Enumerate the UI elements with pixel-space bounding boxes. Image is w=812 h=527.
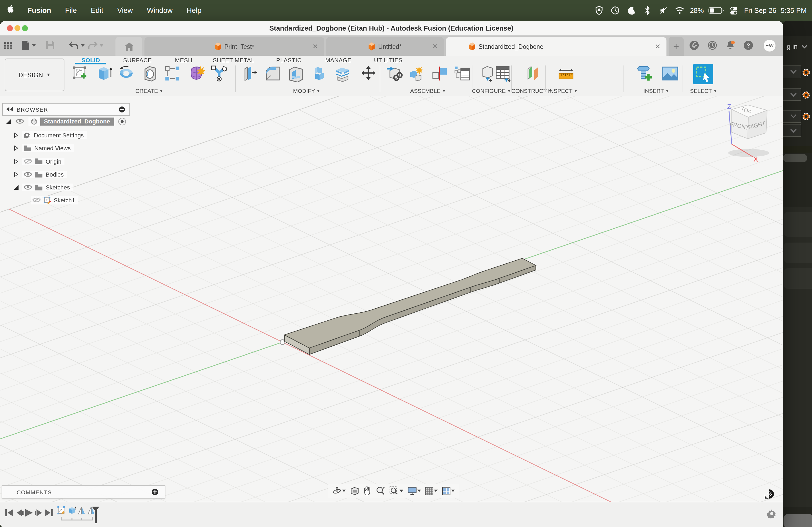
timeline-step-back-button[interactable] <box>15 508 24 517</box>
look-at-tool[interactable] <box>350 487 359 495</box>
combine-icon[interactable] <box>310 65 327 82</box>
notifications-bell-icon[interactable] <box>725 35 736 56</box>
bluetooth-icon[interactable] <box>641 4 653 16</box>
file-menu-icon[interactable] <box>21 35 36 56</box>
menu-file[interactable]: File <box>58 6 84 15</box>
app-grid-icon[interactable] <box>4 35 12 56</box>
insert-fastener-icon[interactable] <box>636 65 654 82</box>
extrude-icon[interactable] <box>96 65 113 82</box>
menu-view[interactable]: View <box>110 6 140 15</box>
ribbon-tab-sheet-metal[interactable]: SHEET METAL <box>213 57 254 63</box>
bom-icon[interactable] <box>454 65 471 82</box>
browser-row-root[interactable]: Standardized_Dogbone <box>6 116 126 127</box>
side-dropdown-1[interactable] <box>781 65 801 78</box>
browser-collapse-icon[interactable] <box>119 106 125 112</box>
visibility-off-icon[interactable] <box>32 197 41 203</box>
control-center-icon[interactable] <box>728 4 740 16</box>
ribbon-tab-mesh[interactable]: MESH <box>175 57 192 63</box>
hole-icon[interactable] <box>142 65 159 82</box>
viewports-tool[interactable] <box>442 486 455 495</box>
new-component-icon[interactable] <box>386 65 403 82</box>
help-icon[interactable]: ? <box>743 35 753 56</box>
construct-plane-icon[interactable] <box>524 65 541 82</box>
shield-icon[interactable] <box>593 4 605 16</box>
visibility-off-icon[interactable] <box>24 158 32 164</box>
group-insert[interactable]: INSERT ▼ <box>643 88 669 94</box>
pattern-icon[interactable] <box>164 65 181 82</box>
menu-edit[interactable]: Edit <box>84 6 110 15</box>
timeline-skip-start-button[interactable] <box>5 508 14 517</box>
zoom-tool[interactable] <box>376 486 385 495</box>
settings-gear-icon[interactable] <box>767 509 777 518</box>
workspace-selector[interactable]: DESIGN▼ <box>5 59 64 91</box>
activate-radio-icon[interactable] <box>118 117 126 125</box>
timeline-sketch-feature[interactable] <box>57 506 65 515</box>
group-create[interactable]: CREATE ▼ <box>135 88 163 94</box>
group-select[interactable]: SELECT ▼ <box>690 88 717 94</box>
close-tab-icon[interactable]: ✕ <box>432 42 438 50</box>
timeline-playhead-cap[interactable] <box>92 507 99 511</box>
side-dropdown-4[interactable] <box>781 124 801 137</box>
side-dropdown-3[interactable] <box>781 110 801 123</box>
clock-icon[interactable] <box>707 35 717 56</box>
browser-root-label[interactable]: Standardized_Dogbone <box>40 117 114 125</box>
history-icon[interactable] <box>609 4 621 16</box>
insert-image-icon[interactable] <box>662 65 679 82</box>
visibility-eye-icon[interactable] <box>16 119 24 124</box>
browser-row-bodies[interactable]: Bodies <box>14 169 67 180</box>
apple-menu-icon[interactable] <box>0 5 20 16</box>
menubar-date[interactable]: Fri Sep 26 <box>744 6 776 15</box>
ribbon-tab-manage[interactable]: MANAGE <box>325 57 351 63</box>
menu-app-name[interactable]: Fusion <box>20 6 58 15</box>
undo-icon[interactable] <box>69 35 85 56</box>
ribbon-tab-solid[interactable]: SOLID <box>81 57 100 63</box>
configure-icon[interactable] <box>480 65 497 82</box>
create-sketch-icon[interactable] <box>72 65 89 82</box>
orbit-tool[interactable] <box>332 486 346 495</box>
save-icon[interactable] <box>46 35 54 56</box>
group-configure[interactable]: CONFIGURE ▼ <box>472 88 511 94</box>
move-icon[interactable] <box>360 65 377 82</box>
viewport-3d[interactable]: BROWSER Standardized_Dogbone Document Se… <box>0 96 783 502</box>
gear-icon[interactable] <box>802 68 810 77</box>
form-icon[interactable] <box>188 65 205 82</box>
timeline-skip-end-button[interactable] <box>44 508 53 517</box>
focus-moon-icon[interactable] <box>625 4 637 16</box>
login-label[interactable]: g in <box>787 43 798 50</box>
timeline-step-forward-button[interactable] <box>34 508 44 517</box>
revolve-icon[interactable] <box>118 65 135 82</box>
ribbon-tab-utilities[interactable]: UTILITIES <box>374 57 403 63</box>
grid-settings-tool[interactable] <box>425 486 438 495</box>
close-tab-icon[interactable]: ✕ <box>655 42 661 50</box>
menubar-time[interactable]: 5:35 PM <box>781 6 807 15</box>
group-construct[interactable]: CONSTRUCT ▼ <box>511 88 552 94</box>
measure-icon[interactable] <box>557 65 575 82</box>
browser-header[interactable]: BROWSER <box>2 103 130 116</box>
select-tool-icon[interactable] <box>693 64 713 84</box>
timeline-draft-feature[interactable] <box>78 506 85 515</box>
add-comment-icon[interactable] <box>151 488 158 495</box>
menu-help[interactable]: Help <box>180 6 209 15</box>
wifi-icon[interactable] <box>674 4 685 16</box>
visibility-eye-icon[interactable] <box>24 172 32 177</box>
ribbon-tab-surface[interactable]: SURFACE <box>123 57 152 63</box>
display-settings-tool[interactable] <box>407 486 421 495</box>
zoom-window-tool[interactable] <box>389 486 403 495</box>
ribbon-tab-plastic[interactable]: PLASTIC <box>276 57 302 63</box>
pipe-icon[interactable] <box>211 65 228 82</box>
redo-icon[interactable] <box>88 35 104 56</box>
mute-icon[interactable] <box>657 4 669 16</box>
visibility-eye-icon[interactable] <box>24 185 32 190</box>
assistant-badge[interactable] <box>765 489 774 500</box>
gear-icon[interactable] <box>802 91 810 99</box>
group-modify[interactable]: MODIFY ▼ <box>293 88 320 94</box>
menu-window[interactable]: Window <box>140 6 180 15</box>
offset-face-icon[interactable] <box>334 65 351 82</box>
browser-row-document-settings[interactable]: Document Settings <box>14 130 87 140</box>
pan-tool[interactable] <box>363 486 372 495</box>
comments-bar[interactable]: COMMENTS <box>2 485 165 499</box>
avatar[interactable]: EW <box>764 35 775 56</box>
fillet-icon[interactable] <box>264 65 281 82</box>
timeline-play-button[interactable] <box>24 508 34 517</box>
component-pattern-icon[interactable] <box>408 65 425 82</box>
